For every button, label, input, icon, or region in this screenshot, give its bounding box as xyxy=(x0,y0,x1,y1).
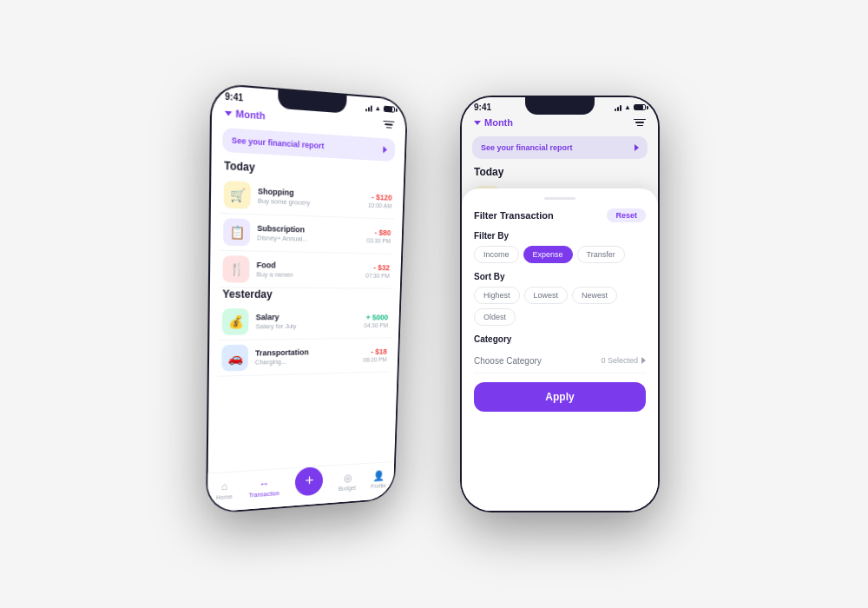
right-phone-inner: 9:41 ▲ xyxy=(462,97,658,511)
salary-name: Salary xyxy=(256,313,358,322)
transport-icon: 🚗 xyxy=(221,345,248,372)
status-icons-left: ▲ xyxy=(365,103,395,114)
battery-icon xyxy=(384,106,395,113)
right-phone: 9:41 ▲ xyxy=(460,96,660,512)
chip-transfer[interactable]: Transfer xyxy=(577,246,625,263)
chip-highest[interactable]: Highest xyxy=(474,287,520,304)
tx-list-yesterday-left: 💰 Salary Salary for July + 5000 04:30 PM… xyxy=(209,304,399,377)
nav-budget[interactable]: ◎ Budget xyxy=(339,472,357,492)
wifi-icon: ▲ xyxy=(375,104,382,113)
main-container: 9:41 ▲ xyxy=(208,96,660,512)
salary-sub: Salary for July xyxy=(255,321,358,330)
category-chevron-icon xyxy=(641,357,646,364)
tx-shopping[interactable]: 🛒 Shopping Buy some grocery - $120 10:00… xyxy=(220,175,396,219)
transport-right: - $18 08:20 PM xyxy=(363,347,387,363)
category-row[interactable]: Choose Category 0 Selected xyxy=(474,349,646,373)
sort-by-label: Sort By xyxy=(474,272,646,281)
tx-salary[interactable]: 💰 Salary Salary for July + 5000 04:30 PM xyxy=(219,304,392,340)
shopping-right: - $120 10:00 AM xyxy=(368,193,392,209)
choose-category-label: Choose Category xyxy=(474,356,542,366)
subscription-sub: Disney+ Annual... xyxy=(257,234,360,244)
right-notch xyxy=(525,97,595,115)
home-icon: ⌂ xyxy=(221,480,227,492)
bar3 xyxy=(371,105,372,111)
salary-time: 04:30 PM xyxy=(364,322,388,328)
apply-button[interactable]: Apply xyxy=(474,382,646,412)
transport-amount: - $18 xyxy=(363,347,387,356)
nav-home[interactable]: ⌂ Home xyxy=(216,479,233,500)
shopping-time: 10:00 AM xyxy=(368,202,392,209)
food-time: 07:30 PM xyxy=(365,273,390,279)
nav-transaction-label: Transaction xyxy=(248,490,279,498)
month-label-left: Month xyxy=(235,108,265,121)
month-selector-left[interactable]: Month xyxy=(225,107,266,121)
signal-icon xyxy=(365,103,372,111)
bar2 xyxy=(368,107,370,111)
left-phone-inner: 9:41 ▲ xyxy=(207,84,406,512)
nav-transaction[interactable]: ↔ Transaction xyxy=(248,477,279,499)
sort-by-chips: Highest Lowest Newest Oldest xyxy=(474,287,646,326)
food-right: - $32 07:30 PM xyxy=(365,263,390,279)
budget-icon: ◎ xyxy=(343,472,352,484)
nav-fab-button[interactable]: + xyxy=(295,466,324,497)
chevron-right-icon xyxy=(383,146,387,153)
subscription-icon: 📋 xyxy=(223,218,250,246)
food-sub: Buy a ramen xyxy=(256,270,359,279)
salary-amount: + 5000 xyxy=(365,314,389,322)
food-info: Food Buy a ramen xyxy=(256,261,359,280)
sheet-header: Filter Transaction Reset xyxy=(474,208,646,222)
transport-time: 08:20 PM xyxy=(363,356,386,362)
report-banner-text-left: See your financial report xyxy=(232,135,325,150)
salary-right: + 5000 04:30 PM xyxy=(364,314,388,329)
chip-lowest[interactable]: Lowest xyxy=(524,287,569,304)
time-left: 9:41 xyxy=(225,91,243,102)
tx-subscription[interactable]: 📋 Subscription Disney+ Annual... - $80 0… xyxy=(220,214,395,254)
selected-count: 0 Selected xyxy=(601,356,638,365)
sheet-handle xyxy=(544,197,575,200)
shopping-amount: - $120 xyxy=(368,193,392,202)
food-icon: 🍴 xyxy=(223,255,250,282)
subscription-amount: - $80 xyxy=(367,228,391,237)
battery-fill xyxy=(385,107,392,112)
chip-oldest[interactable]: Oldest xyxy=(474,308,516,326)
nav-budget-label: Budget xyxy=(339,485,356,492)
tx-list-today-left: 🛒 Shopping Buy some grocery - $120 10:00… xyxy=(210,175,404,289)
bar1 xyxy=(365,109,367,111)
filter-by-chips: Income Expense Transfer xyxy=(474,246,646,263)
reset-button[interactable]: Reset xyxy=(607,208,646,222)
chevron-down-icon xyxy=(225,110,232,116)
profile-icon: 👤 xyxy=(372,470,385,482)
category-value: 0 Selected xyxy=(601,356,646,365)
salary-info: Salary Salary for July xyxy=(255,313,358,331)
chip-income[interactable]: Income xyxy=(474,246,519,263)
left-phone: 9:41 ▲ xyxy=(206,83,408,514)
tx-transport[interactable]: 🚗 Transportation Charging... - $18 08:20… xyxy=(218,338,391,376)
bottom-nav-left: ⌂ Home ↔ Transaction + ◎ Budget 👤 Profi xyxy=(207,461,394,512)
transport-info: Transportation Charging... xyxy=(255,347,358,367)
food-name: Food xyxy=(257,261,360,271)
salary-icon: 💰 xyxy=(222,308,249,335)
chip-expense[interactable]: Expense xyxy=(523,246,573,263)
transaction-icon: ↔ xyxy=(260,478,270,490)
shopping-icon: 🛒 xyxy=(224,181,251,209)
subscription-right: - $80 03:30 PM xyxy=(366,228,391,243)
filter-icon-left[interactable] xyxy=(383,121,394,129)
tx-food[interactable]: 🍴 Food Buy a ramen - $32 07:30 PM xyxy=(219,251,393,289)
nav-profile-label: Profile xyxy=(371,483,386,490)
subscription-info: Subscription Disney+ Annual... xyxy=(257,224,360,244)
sheet-title: Filter Transaction xyxy=(474,210,554,221)
category-label: Category xyxy=(474,334,646,344)
filter-line-2 xyxy=(385,123,392,125)
filter-by-label: Filter By xyxy=(474,231,646,241)
section-yesterday-left: Yesterday xyxy=(210,287,400,304)
subscription-time: 03:30 PM xyxy=(366,237,391,244)
nav-profile[interactable]: 👤 Profile xyxy=(371,470,386,490)
nav-home-label: Home xyxy=(216,493,233,500)
filter-line-3 xyxy=(386,127,392,129)
chip-newest[interactable]: Newest xyxy=(572,287,617,304)
transport-sub: Charging... xyxy=(255,356,357,366)
shopping-info: Shopping Buy some grocery xyxy=(258,187,362,208)
left-screen: 9:41 ▲ xyxy=(207,84,406,512)
food-amount: - $32 xyxy=(365,263,390,272)
right-screen: 9:41 ▲ xyxy=(462,97,658,511)
